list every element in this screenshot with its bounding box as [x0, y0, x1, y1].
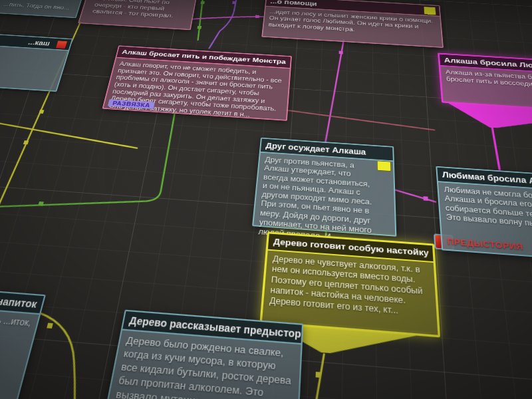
wire-arrow-icon: [255, 15, 259, 18]
wire-pink-funnel-column[interactable]: [492, 128, 499, 170]
node-body-text: ...с тоски. Они пьют по очереди - кто пе…: [86, 0, 190, 22]
node-tree-backstory[interactable]: Дерево рассказывает предысторию Дерево б…: [92, 310, 303, 399]
node-body-text: Алкаша из-за пьянства бросила любимая. О…: [440, 66, 532, 96]
story-stage-tag: ПРЕДЫСТОРИЯ: [447, 237, 524, 252]
wire-yellow-cross[interactable]: [0, 122, 140, 148]
node-body-text: ...пить. Тогда он вно...: [0, 0, 75, 14]
wire-magenta-help-to-friend[interactable]: [325, 39, 344, 144]
wire-arrow-icon: [47, 323, 53, 329]
graph-canvas[interactable]: ...пить. Тогда он вно... ...каш ...с тос…: [0, 0, 532, 399]
yellow-bookmark-marker-icon: [377, 160, 392, 172]
node-quit-drinking-beats-monster[interactable]: Алкаш бросает пить и побеждает Монстра А…: [102, 45, 292, 120]
wire-arrow-icon: [197, 26, 201, 29]
wire-green-quit-out[interactable]: [0, 101, 176, 221]
node-body-text: Любимая не смогла больше терпеть выходки…: [438, 182, 532, 239]
wire-arrow-icon: [339, 51, 343, 54]
node-tree-special-potion-selected[interactable]: Дерево готовит особую настойку Дерево не…: [259, 231, 440, 337]
wire-arrow-icon: [39, 110, 44, 114]
wire-arrow-icon: [316, 372, 321, 378]
wire-magenta-contest-to-help[interactable]: [192, 13, 264, 23]
wire-arrow-icon: [23, 140, 29, 144]
node-body-text: Дерево не чувствует алкоголя, т.к. в нем…: [263, 251, 437, 323]
wire-arrow-icon: [200, 1, 204, 5]
wire-arrow-icon: [423, 196, 428, 201]
wire-green-into-quit-node[interactable]: [195, 0, 207, 40]
wire-arrow-icon: [232, 1, 236, 4]
yellow-bookmark-marker-icon: [424, 7, 436, 15]
wire-rose-quit-to-loved[interactable]: [285, 110, 434, 130]
node-loved-one-backstory[interactable]: Любимая бросила Алкаша Любимая не смогла…: [436, 166, 532, 265]
wire-purple-into-quit-node[interactable]: [209, 0, 239, 50]
graph-editor-viewport[interactable]: ...пить. Тогда он вно... ...каш ...с тос…: [0, 0, 532, 399]
wire-magenta-friend-to-backstory[interactable]: [394, 190, 436, 202]
node-friend-condemns[interactable]: Друг осуждает Алкаша Друг против пьянств…: [252, 138, 396, 237]
